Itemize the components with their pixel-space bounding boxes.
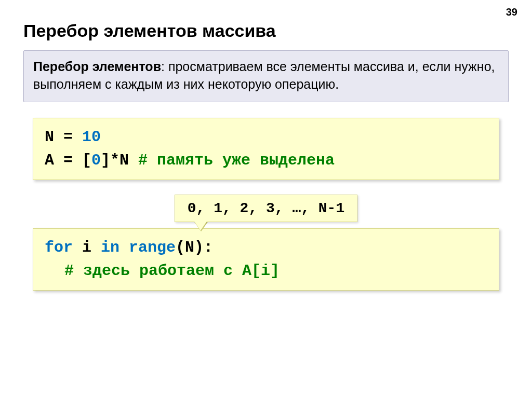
callout-wrapper: 0, 1, 2, 3, …, N-1 <box>23 195 509 222</box>
definition-box: Перебор элементов: просматриваем все эле… <box>23 50 509 102</box>
code-block-2: for i in range(N): # здесь работаем с A[… <box>33 228 499 291</box>
code-line-3: for i in range(N): <box>45 236 487 259</box>
code-comment: # здесь работаем с A[i] <box>64 262 280 280</box>
code-text: ]*N <box>101 152 138 169</box>
callout-tail <box>193 220 208 230</box>
code-text: (N): <box>176 239 213 256</box>
code-literal: 10 <box>82 128 101 146</box>
slide-title: Перебор элементов массива <box>23 21 509 41</box>
code-text <box>119 239 129 256</box>
code-literal: 0 <box>91 152 101 169</box>
code-text: N <box>45 128 54 146</box>
code-line-1: N = 10 <box>45 126 487 149</box>
code-keyword: in <box>101 239 119 256</box>
page-number: 39 <box>506 6 517 18</box>
code-text: A <box>45 152 54 169</box>
code-keyword: for <box>45 239 73 256</box>
code-line-4: # здесь работаем с A[i] <box>45 259 487 283</box>
code-text: = <box>54 128 82 146</box>
code-block-1: N = 10 A = [0]*N # память уже выделена <box>33 118 499 180</box>
callout-box: 0, 1, 2, 3, …, N-1 <box>175 195 357 222</box>
code-text: i <box>73 239 101 256</box>
definition-term: Перебор элементов <box>33 59 161 74</box>
code-text: = [ <box>54 152 91 169</box>
code-line-2: A = [0]*N # память уже выделена <box>45 149 487 172</box>
code-comment: # память уже выделена <box>138 152 335 169</box>
code-keyword: range <box>129 239 176 256</box>
